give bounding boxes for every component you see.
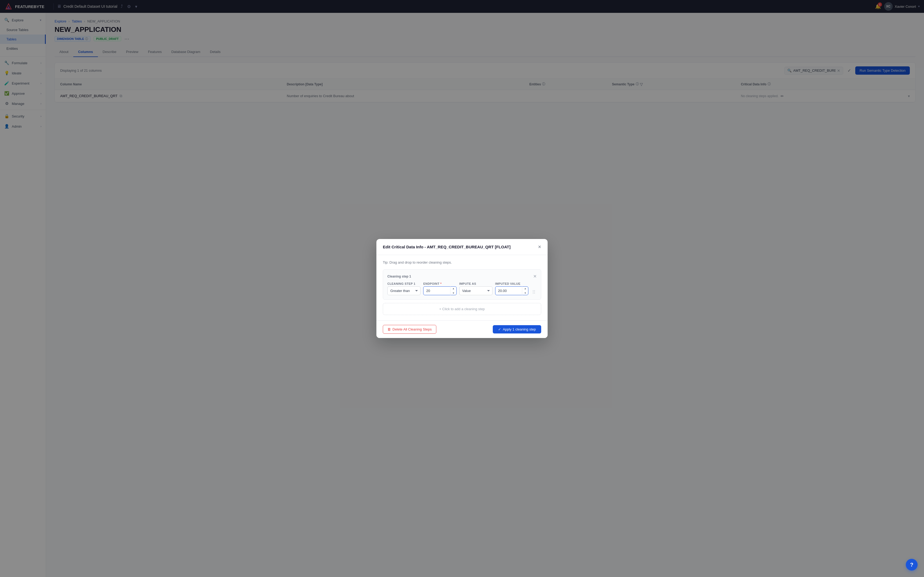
cleaning-type-select[interactable]: Greater than Less than Missing Not in [387, 286, 421, 295]
modal-tip: Tip: Drag and drop to reorder cleaning s… [383, 260, 541, 264]
drag-handle[interactable]: ⠿ [531, 289, 537, 295]
trash-icon: 🗑 [387, 327, 391, 331]
modal-footer: 🗑 Delete All Cleaning Steps ✓ Apply 1 cl… [376, 320, 548, 338]
imputed-value-spinners: ▲ ▼ [522, 286, 528, 295]
endpoint-spin-down[interactable]: ▼ [450, 291, 456, 295]
add-cleaning-step-button[interactable]: + Click to add a cleaning step [383, 303, 541, 315]
endpoint-input-wrap: ▲ ▼ [423, 286, 456, 295]
cleaning-type-label: Cleaning step 1 [387, 282, 421, 285]
step-header: Cleaning step 1 ✕ [387, 274, 537, 279]
modal-body: Tip: Drag and drop to reorder cleaning s… [376, 255, 548, 320]
step-fields: Cleaning step 1 Greater than Less than M… [387, 282, 537, 295]
imputed-spin-up[interactable]: ▲ [522, 286, 528, 291]
endpoint-spinners: ▲ ▼ [450, 286, 456, 295]
step-remove-button[interactable]: ✕ [533, 274, 537, 279]
check-icon: ✓ [498, 327, 501, 331]
apply-button[interactable]: ✓ Apply 1 cleaning step [493, 325, 541, 334]
modal-header: Edit Critical Data Info - AMT_REQ_CREDIT… [376, 239, 548, 255]
cleaning-type-field: Cleaning step 1 Greater than Less than M… [387, 282, 421, 295]
modal-title: Edit Critical Data Info - AMT_REQ_CREDIT… [383, 245, 511, 249]
endpoint-label: Endpoint * [423, 282, 456, 285]
endpoint-spin-up[interactable]: ▲ [450, 286, 456, 291]
imputed-spin-down[interactable]: ▼ [522, 291, 528, 295]
help-button[interactable]: ? [906, 559, 918, 571]
drag-handle-icon: ⠿ [531, 290, 537, 295]
imputed-value-field: Imputed Value ▲ ▼ [495, 282, 528, 295]
impute-as-select[interactable]: Value Mean Mode Median [459, 286, 492, 295]
imputed-value-label: Imputed Value [495, 282, 528, 285]
modal-close-button[interactable]: × [538, 244, 541, 250]
edit-critical-data-modal: Edit Critical Data Info - AMT_REQ_CREDIT… [376, 239, 548, 338]
step-label: Cleaning step 1 [387, 275, 411, 278]
delete-all-button[interactable]: 🗑 Delete All Cleaning Steps [383, 325, 436, 334]
cleaning-step-card: Cleaning step 1 ✕ Cleaning step 1 Greate… [383, 269, 541, 300]
impute-as-field: Impute As Value Mean Mode Median [459, 282, 492, 295]
impute-as-label: Impute As [459, 282, 492, 285]
endpoint-field: Endpoint * ▲ ▼ [423, 282, 456, 295]
imputed-value-input-wrap: ▲ ▼ [495, 286, 528, 295]
modal-overlay[interactable]: Edit Critical Data Info - AMT_REQ_CREDIT… [0, 0, 924, 577]
